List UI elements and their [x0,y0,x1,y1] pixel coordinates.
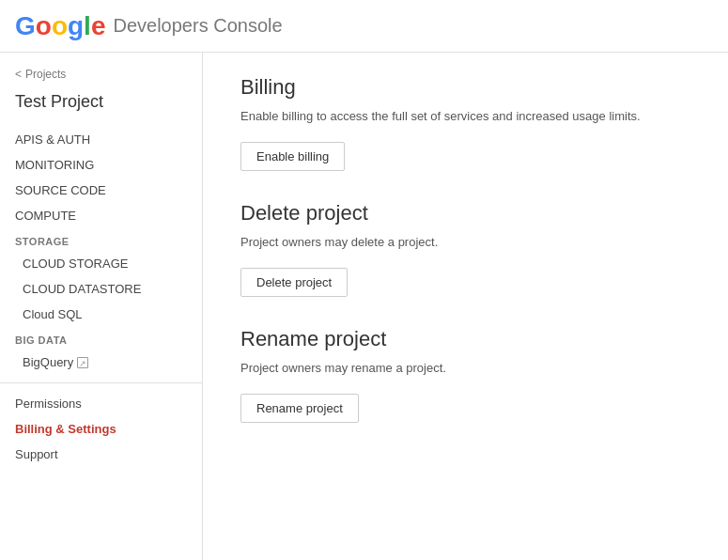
logo-letter-l: l [84,11,91,40]
sidebar-item-cloud-sql[interactable]: Cloud SQL [0,302,202,327]
delete-project-section: Delete project Project owners may delete… [240,201,690,297]
sidebar: Projects Test Project APIS & AUTH MONITO… [0,53,203,560]
delete-project-description: Project owners may delete a project. [240,235,690,249]
sidebar-item-compute[interactable]: COMPUTE [0,203,202,228]
app-title: Developers Console [113,15,282,37]
bigquery-label: BigQuery [23,355,73,369]
rename-project-description: Project owners may rename a project. [240,361,690,375]
delete-project-button[interactable]: Delete project [240,268,348,297]
sidebar-item-bigquery[interactable]: BigQuery ↗ [0,350,202,375]
sidebar-divider [0,382,202,383]
sidebar-section-big-data: BIG DATA [0,327,202,350]
main-content: Billing Enable billing to access the ful… [203,53,728,560]
billing-description: Enable billing to access the full set of… [240,109,690,123]
rename-project-section: Rename project Project owners may rename… [240,327,690,423]
sidebar-item-cloud-storage[interactable]: CLOUD STORAGE [0,251,202,276]
sidebar-item-source-code[interactable]: SOURCE CODE [0,178,202,203]
sidebar-section-storage: STORAGE [0,228,202,251]
logo-letter-o2: o [52,11,68,40]
google-logo: Google [15,11,105,41]
header: Google Developers Console [0,0,728,53]
sidebar-item-permissions[interactable]: Permissions [0,391,202,416]
logo-letter-e: e [91,11,106,40]
logo-letter-g: G [15,11,36,40]
sidebar-back-link[interactable]: Projects [0,64,202,88]
delete-project-title: Delete project [240,201,690,226]
logo-letter-o1: o [36,11,52,40]
sidebar-item-apis-auth[interactable]: APIS & AUTH [0,127,202,152]
sidebar-item-cloud-datastore[interactable]: CLOUD DATASTORE [0,276,202,302]
layout: Projects Test Project APIS & AUTH MONITO… [0,53,728,560]
sidebar-item-monitoring[interactable]: MONITORING [0,152,202,178]
rename-project-title: Rename project [240,327,690,351]
enable-billing-button[interactable]: Enable billing [240,142,345,171]
external-link-icon: ↗ [77,357,88,368]
logo: Google Developers Console [15,11,283,41]
rename-project-button[interactable]: Rename project [240,394,359,423]
logo-letter-g2: g [68,11,84,40]
billing-title: Billing [240,75,690,100]
sidebar-item-support[interactable]: Support [0,442,202,467]
sidebar-item-billing-settings[interactable]: Billing & Settings [0,416,202,442]
sidebar-project-name: Test Project [0,88,202,127]
billing-section: Billing Enable billing to access the ful… [240,75,690,171]
